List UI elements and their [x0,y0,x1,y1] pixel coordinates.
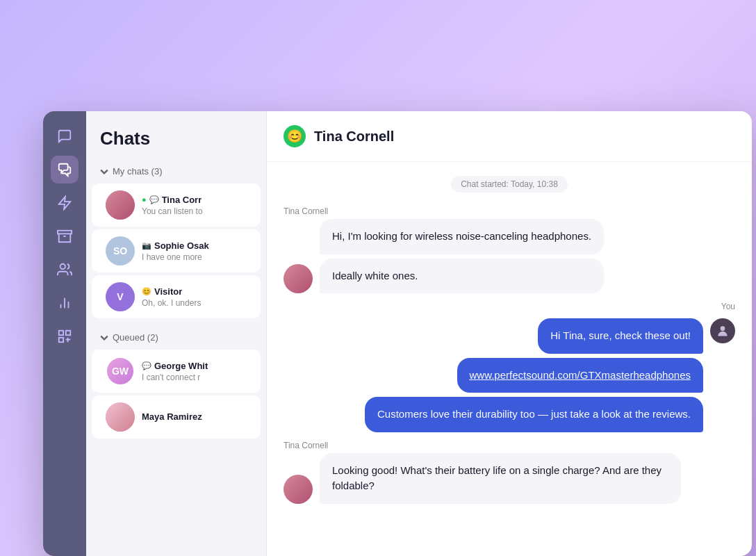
contact-name: Tina Cornell [314,129,394,145]
sophie-name: Sophie Osak [154,240,209,251]
message-bubble-5: Customers love their durability too — ju… [365,397,703,432]
visitor-preview: Oh, ok. I unders [142,298,247,308]
outgoing-with-avatar: Hi Tina, sure, check these out! www.perf… [365,318,735,432]
svg-marker-0 [59,197,71,209]
chat-item-sophie[interactable]: SO 📷 Sophie Osak I have one more [92,229,261,272]
sidebar-item-chat[interactable] [51,122,79,150]
chats-header: Chats [86,111,266,161]
sender-name-tina-1: Tina Cornell [284,206,735,216]
avatar-tina [106,190,135,220]
tina-msg-avatar [284,264,313,293]
app-container: Chats My chats (3) ● 💬 Tina Corr You can… [43,111,752,556]
tina-info: ● 💬 Tina Corr You can listen to [142,195,247,216]
sidebar-item-reports[interactable] [51,289,79,317]
sophie-preview: I have one more [142,252,247,262]
message-row-6: Looking good! What's their battery life … [284,453,735,504]
outgoing-label: You [721,302,735,311]
sidebar-item-apps[interactable] [51,322,79,350]
svg-rect-8 [66,331,70,335]
message-bubble-3: Hi Tina, sure, check these out! [538,318,703,354]
maya-info: Maya Ramirez [142,411,247,423]
visitor-initials: V [117,291,123,302]
tina-msg-avatar-2 [284,475,313,504]
sophie-info: 📷 Sophie Osak I have one more [142,240,247,262]
message-row-1: Hi, I'm looking for wireless noise-cance… [284,219,735,293]
my-chats-label: My chats (3) [113,166,163,177]
outgoing-bubbles: Hi Tina, sure, check these out! www.perf… [365,318,703,432]
incoming-messages: Hi, I'm looking for wireless noise-cance… [320,219,604,293]
queued-section[interactable]: Queued (2) [86,327,266,348]
tina-preview: You can listen to [142,206,247,216]
contact-status-icon: 😊 [284,125,306,147]
chat-item-visitor[interactable]: V 😊 Visitor Oh, ok. I unders [92,275,261,318]
tina-name: Tina Corr [162,195,202,205]
svg-rect-9 [59,338,63,342]
chats-panel: Chats My chats (3) ● 💬 Tina Corr You can… [86,111,267,556]
chat-header: 😊 Tina Cornell [267,111,752,162]
message-bubble-1: Hi, I'm looking for wireless noise-cance… [320,219,604,254]
chat-messages: Chat started: Today, 10:38 Tina Cornell … [267,162,752,556]
sophie-initials: SO [113,245,127,256]
george-initials: GW [112,366,129,377]
avatar-visitor: V [106,282,135,311]
george-name: George Whit [154,361,208,371]
svg-point-3 [60,264,65,269]
message-bubble-6: Looking good! What's their battery life … [320,453,681,504]
visitor-name: Visitor [154,286,182,297]
chat-item-george[interactable]: GW 💬 George Whit I can't connect r [92,350,261,393]
chat-main: 😊 Tina Cornell Chat started: Today, 10:3… [267,111,752,556]
george-info: 💬 George Whit I can't connect r [142,361,247,382]
svg-rect-7 [59,331,63,335]
sender-name-tina-2: Tina Cornell [284,441,735,450]
avatar-sophie: SO [106,236,135,265]
outgoing-group-1: You Hi Tina, sure, check these out! www.… [284,302,735,432]
agent-avatar-inner [710,318,735,343]
chat-item-maya[interactable]: Maya Ramirez [92,395,261,439]
avatar-maya [106,402,135,432]
avatar-george: GW [106,357,135,386]
svg-rect-1 [58,231,72,234]
agent-avatar [710,318,735,343]
my-chats-section[interactable]: My chats (3) [86,161,266,182]
sidebar-icons [43,111,86,556]
chat-started-label: Chat started: Today, 10:38 [451,176,568,193]
sidebar-item-archive[interactable] [51,222,79,250]
visitor-info: 😊 Visitor Oh, ok. I unders [142,286,247,308]
message-bubble-4[interactable]: www.perfectsound.com/GTXmasterheadphones [457,358,704,393]
message-bubble-2: Ideally white ones. [320,259,604,294]
link-text[interactable]: www.perfectsound.com/GTXmasterheadphones [470,369,691,381]
queued-label: Queued (2) [113,332,158,343]
chat-item-tina[interactable]: ● 💬 Tina Corr You can listen to [92,183,261,227]
sidebar-item-automation[interactable] [51,189,79,217]
svg-point-12 [721,326,725,331]
sidebar-item-contacts[interactable] [51,256,79,284]
maya-name: Maya Ramirez [142,411,202,422]
incoming-group-2: Tina Cornell Looking good! What's their … [284,441,735,504]
sidebar-item-chats[interactable] [51,156,79,183]
george-preview: I can't connect r [142,373,247,382]
incoming-group-1: Tina Cornell Hi, I'm looking for wireles… [284,206,735,293]
